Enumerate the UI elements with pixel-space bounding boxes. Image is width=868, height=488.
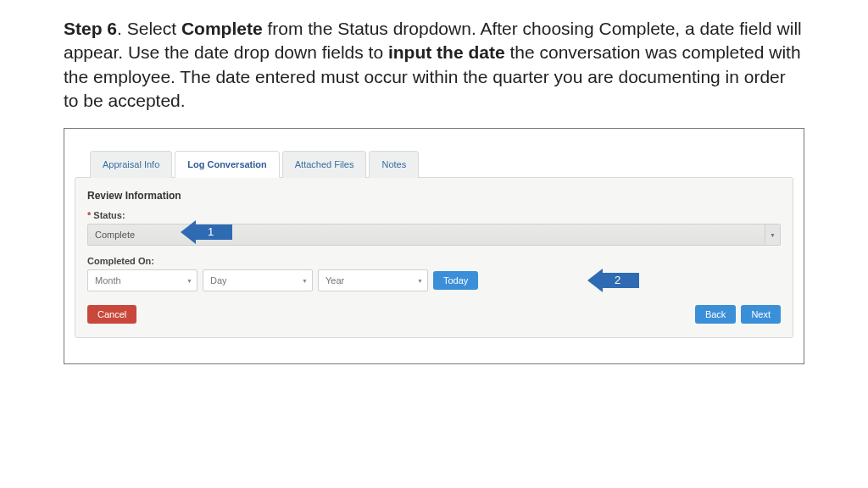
tab-notes[interactable]: Notes	[369, 151, 419, 178]
month-select[interactable]	[87, 269, 198, 291]
tab-attached-files[interactable]: Attached Files	[282, 151, 367, 178]
section-title: Review Information	[87, 190, 781, 202]
today-button[interactable]: Today	[433, 271, 478, 290]
status-label: * Status:	[87, 210, 781, 220]
tab-appraisal-info[interactable]: Appraisal Info	[90, 151, 172, 178]
cancel-button[interactable]: Cancel	[87, 305, 136, 324]
status-select-wrap: ▼ 1	[87, 224, 781, 246]
action-row: Cancel Back Next	[87, 305, 781, 324]
review-panel: Review Information * Status: ▼ 1 Complet…	[75, 177, 793, 338]
step-instructions: Step 6. Select Complete from the Status …	[64, 17, 804, 113]
completed-on-label: Completed On:	[87, 256, 781, 266]
tab-log-conversation[interactable]: Log Conversation	[175, 151, 280, 178]
back-button[interactable]: Back	[695, 305, 736, 324]
year-select[interactable]	[318, 269, 428, 291]
status-select[interactable]	[87, 224, 781, 246]
date-row-wrap: ▼ ▼ ▼ Today 2	[87, 269, 781, 291]
tab-row: Appraisal Info Log Conversation Attached…	[75, 150, 793, 177]
step-number: Step 6	[64, 19, 117, 38]
screenshot-frame: Appraisal Info Log Conversation Attached…	[64, 128, 804, 364]
day-select[interactable]	[203, 269, 313, 291]
next-button[interactable]: Next	[741, 305, 781, 324]
